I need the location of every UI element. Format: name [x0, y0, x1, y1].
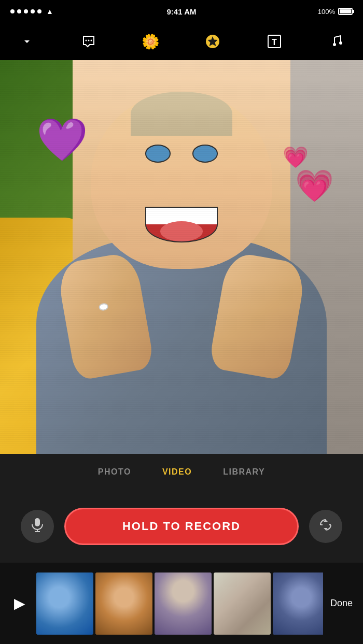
done-button[interactable]: Done [328, 594, 355, 613]
chevron-down-icon[interactable] [16, 30, 38, 53]
eye-right [192, 145, 218, 162]
mode-library[interactable]: LIBRARY [223, 467, 265, 477]
star-icon[interactable] [201, 30, 224, 53]
music-note-icon[interactable] [325, 30, 347, 53]
camera-view: 💜 💗 💗 [0, 60, 363, 454]
eye-left [145, 145, 171, 162]
mouth [145, 207, 218, 242]
svg-point-1 [88, 40, 90, 41]
flip-camera-button[interactable] [309, 510, 342, 543]
signal-dot [37, 9, 41, 13]
filmstrip: ▶ Done [0, 563, 363, 644]
camera-background: 💜 💗 💗 [0, 60, 363, 454]
status-time: 9:41 AM [167, 7, 197, 16]
svg-text:T: T [272, 38, 277, 47]
thumbnail-2[interactable] [95, 573, 152, 635]
face [91, 92, 272, 269]
record-section: HOLD TO RECORD [0, 490, 363, 563]
purple-heart-emoji: 💜 [36, 119, 88, 161]
hold-to-record-button[interactable]: HOLD TO RECORD [64, 508, 299, 545]
mode-selector: PHOTO VIDEO LIBRARY [0, 454, 363, 490]
text-T-icon[interactable]: T [263, 30, 286, 53]
svg-point-0 [86, 40, 87, 41]
svg-rect-9 [35, 518, 40, 526]
hair [131, 92, 232, 136]
play-button[interactable]: ▶ [8, 592, 31, 615]
wifi-icon: ▲ [46, 7, 53, 16]
record-label: HOLD TO RECORD [122, 520, 241, 533]
svg-point-7 [333, 43, 336, 46]
flip-camera-icon [318, 518, 333, 536]
ring [99, 303, 109, 311]
pink-heart-emoji: 💗 [295, 170, 334, 202]
thumbnails [36, 573, 323, 635]
svg-point-2 [91, 40, 92, 41]
thumbnail-4[interactable] [214, 573, 271, 635]
mode-photo[interactable]: PHOTO [98, 467, 131, 477]
signal-dot [24, 9, 28, 13]
speech-bubble-icon[interactable] [77, 30, 100, 53]
signal-dot [17, 9, 21, 13]
play-icon: ▶ [14, 595, 25, 612]
signal-dot [10, 9, 15, 13]
status-bar: ▲ 9:41 AM 100% [0, 0, 363, 23]
tongue [160, 221, 203, 241]
small-pink-heart-emoji: 💗 [283, 147, 309, 167]
signal-dot [31, 9, 35, 13]
battery-area: 100% [318, 8, 353, 16]
svg-point-8 [339, 41, 342, 45]
battery-icon [338, 8, 353, 15]
battery-percentage: 100% [318, 8, 335, 16]
mic-icon [31, 517, 44, 536]
circles-icon[interactable]: 🌼 [139, 30, 162, 53]
signal-area: ▲ [10, 7, 53, 16]
top-toolbar: 🌼 T [0, 23, 363, 60]
mic-button[interactable] [21, 510, 54, 543]
mode-video[interactable]: VIDEO [162, 467, 192, 477]
thumbnail-3[interactable] [155, 573, 212, 635]
thumbnail-5[interactable] [273, 573, 323, 635]
thumbnail-1[interactable] [36, 573, 93, 635]
